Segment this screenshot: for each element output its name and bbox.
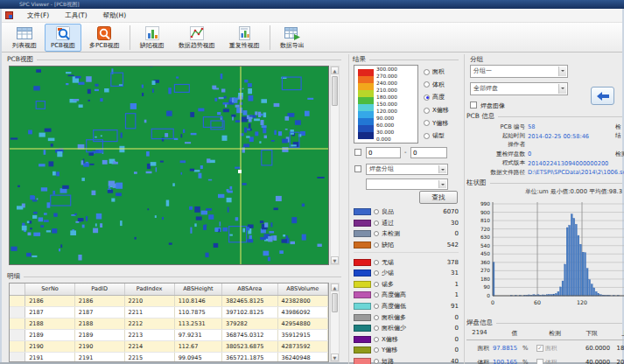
radio-icon[interactable] bbox=[374, 359, 379, 364]
radio-icon[interactable] bbox=[374, 270, 379, 276]
pcb-info-row: 重检焊盘数0检测 bbox=[466, 150, 624, 158]
table-row[interactable]: 219021902214112.67380523.687542873592 bbox=[10, 340, 328, 352]
radio-icon[interactable] bbox=[374, 209, 379, 214]
pcb-view-button[interactable]: PCB视图 bbox=[45, 24, 81, 52]
result-category-通过[interactable]: 通过30 bbox=[354, 218, 459, 229]
radio-icon[interactable] bbox=[374, 347, 379, 353]
metric-radio-高度[interactable]: 高度 bbox=[424, 91, 449, 104]
metric-radio-Y偏移[interactable]: Y偏移 bbox=[424, 116, 449, 130]
radio-icon[interactable] bbox=[374, 231, 379, 236]
pad-group-checkbox[interactable] bbox=[354, 165, 361, 172]
detail-column-header[interactable]: ABSArea bbox=[222, 284, 278, 295]
radio-icon[interactable] bbox=[424, 108, 430, 114]
pcb-info-row: PCB 编号58检 bbox=[466, 122, 624, 131]
table-row[interactable]: 21912191221599.0945365721.187536240948 bbox=[10, 352, 328, 362]
svg-text:990: 990 bbox=[480, 201, 490, 206]
table-row[interactable]: 218621862210110.8146382465.812542382800 bbox=[10, 295, 328, 306]
detail-column-header[interactable]: PadIndex bbox=[124, 284, 174, 295]
radio-icon[interactable] bbox=[424, 94, 430, 101]
menu-help[interactable]: 帮助(H) bbox=[102, 10, 129, 21]
result-category-面积偏多[interactable]: 面积偏多0 bbox=[354, 312, 459, 323]
data-export-button[interactable]: 数据导出 bbox=[274, 24, 311, 52]
category-color-swatch bbox=[354, 230, 371, 237]
defect-view-button[interactable]: 缺陷视图 bbox=[134, 24, 171, 52]
result-category-高度偏高[interactable]: 高度偏高1 bbox=[354, 290, 459, 301]
area-check[interactable] bbox=[536, 345, 543, 352]
scroll-up-arrow[interactable]: ▲ bbox=[331, 284, 339, 291]
radio-icon[interactable] bbox=[374, 326, 379, 331]
table-row[interactable]: 218821882212113.253137928242954880 bbox=[10, 318, 328, 329]
multi-pcb-view-button[interactable]: 多PCB视图 bbox=[83, 24, 126, 52]
range-from-input[interactable] bbox=[366, 147, 401, 158]
all-pads-select[interactable]: 全部焊盘 bbox=[470, 82, 568, 95]
back-arrow-button[interactable] bbox=[591, 87, 614, 105]
result-category-Y偏移[interactable]: Y偏移0 bbox=[354, 345, 459, 356]
category-color-swatch bbox=[354, 242, 371, 248]
metric-radio-锡型[interactable]: 锡型 bbox=[424, 130, 449, 143]
result-category-X偏移[interactable]: X偏移0 bbox=[354, 334, 459, 346]
metric-radio-体积[interactable]: 体积 bbox=[424, 79, 449, 92]
detail-vertical-scrollbar[interactable]: ▲ ▼ bbox=[330, 283, 340, 362]
result-category-无锡[interactable]: 无锡378 bbox=[354, 256, 459, 268]
volume-check[interactable] bbox=[536, 359, 543, 364]
radio-icon[interactable] bbox=[424, 133, 430, 139]
result-category-未检测[interactable]: 未检测0 bbox=[354, 228, 459, 240]
pad-group-select[interactable]: 焊盘分组 bbox=[366, 164, 448, 175]
pcb-canvas[interactable] bbox=[9, 66, 329, 265]
table-cell: 42954880 bbox=[277, 318, 327, 329]
category-label: 良品 bbox=[382, 207, 440, 216]
radio-icon[interactable] bbox=[374, 292, 379, 298]
radio-icon[interactable] bbox=[374, 282, 379, 287]
pad-image-checkbox[interactable] bbox=[470, 102, 477, 108]
radio-icon[interactable] bbox=[424, 69, 430, 75]
radio-icon[interactable] bbox=[374, 242, 379, 248]
scroll-down-arrow[interactable]: ▼ bbox=[331, 354, 339, 361]
trend-view-button[interactable]: 数据趋势视图 bbox=[172, 24, 221, 52]
scroll-down-arrow[interactable]: ▼ bbox=[331, 256, 339, 264]
range-to-input[interactable] bbox=[410, 147, 447, 158]
scroll-thumb[interactable] bbox=[332, 76, 338, 106]
histogram-bar bbox=[557, 291, 559, 296]
result-category-高度偏低[interactable]: 高度偏低91 bbox=[354, 301, 459, 312]
detail-column-header[interactable]: PadID bbox=[74, 284, 124, 295]
group-select[interactable]: 分组一 bbox=[470, 65, 568, 78]
radio-icon[interactable] bbox=[374, 220, 379, 226]
metric-radio-面积[interactable]: 面积 bbox=[424, 66, 449, 79]
result-category-良品[interactable]: 良品6070 bbox=[354, 206, 459, 218]
metric-radio-X偏移[interactable]: X偏移 bbox=[424, 104, 449, 117]
result-category-锡多[interactable]: 锡多1 bbox=[354, 279, 459, 290]
table-row[interactable]: 218721872211110.7875397102.812543986092 bbox=[10, 306, 328, 318]
detail-column-header[interactable]: ABSVolume bbox=[277, 284, 327, 295]
scroll-up-arrow[interactable]: ▲ bbox=[331, 66, 339, 74]
table-row[interactable]: 21892189221397.9231368745.031235912915 bbox=[10, 329, 328, 340]
result-category-缺陷[interactable]: 缺陷542 bbox=[354, 240, 459, 251]
radio-icon[interactable] bbox=[374, 315, 379, 320]
pcb-vertical-scrollbar[interactable]: ▲ ▼ bbox=[330, 66, 340, 265]
scroll-thumb[interactable] bbox=[332, 293, 338, 312]
menu-tools[interactable]: 工具(T) bbox=[63, 10, 88, 21]
find-button[interactable]: 查找 bbox=[419, 191, 458, 204]
radio-icon[interactable] bbox=[424, 120, 430, 126]
chevron-down-icon bbox=[438, 180, 446, 188]
list-view-button[interactable]: 列表视图 bbox=[6, 24, 43, 52]
pad-subgroup-select[interactable] bbox=[366, 178, 448, 190]
radio-icon[interactable] bbox=[374, 304, 379, 309]
category-label: 缺陷 bbox=[382, 241, 445, 249]
menu-file[interactable]: 文件(F) bbox=[25, 10, 51, 21]
scale-tick-label: 210.000 bbox=[376, 88, 417, 93]
detail-column-header[interactable]: SerNo bbox=[25, 284, 75, 295]
result-category-面积偏少[interactable]: 面积偏少0 bbox=[354, 323, 459, 334]
range-checkbox[interactable] bbox=[354, 149, 361, 156]
scale-tick-label: 120.000 bbox=[376, 108, 417, 114]
result-category-短路[interactable]: 短路40 bbox=[354, 356, 459, 364]
metric-label: X偏移 bbox=[432, 106, 449, 115]
radio-icon[interactable] bbox=[374, 337, 379, 342]
category-label: 通过 bbox=[382, 219, 448, 228]
radio-icon[interactable] bbox=[424, 81, 430, 88]
table-cell: 42382800 bbox=[277, 295, 327, 306]
repeat-view-button[interactable]: 重复性视图 bbox=[223, 24, 266, 52]
detail-column-header[interactable]: ABSHeight bbox=[174, 284, 221, 295]
radio-icon[interactable] bbox=[374, 260, 379, 265]
histogram-bar bbox=[589, 279, 591, 296]
result-category-少锡[interactable]: 少锡31 bbox=[354, 268, 459, 279]
